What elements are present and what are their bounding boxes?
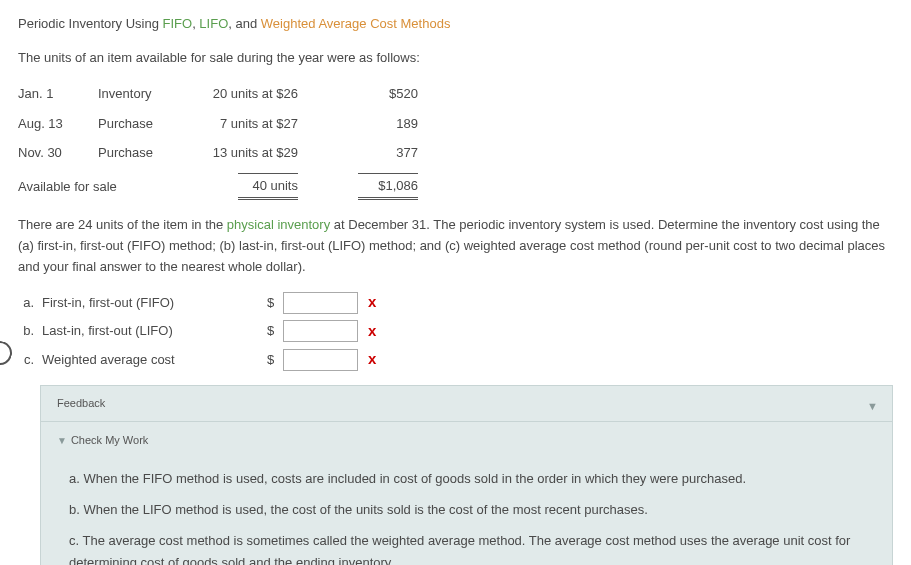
caret-down-icon: ▼: [867, 398, 878, 415]
title-fifo: FIFO: [163, 16, 193, 31]
title-text: Periodic Inventory Using: [18, 16, 163, 31]
feedback-header[interactable]: Feedback ▼: [41, 386, 892, 423]
physical-inventory-link[interactable]: physical inventory: [227, 217, 330, 232]
total-amt: $1,086: [358, 173, 418, 201]
feedback-c: c. The average cost method is sometimes …: [69, 530, 872, 565]
fifo-input[interactable]: [283, 292, 358, 314]
answer-label: Last-in, first-out (LIFO): [42, 321, 267, 341]
answer-label: First-in, first-out (FIFO): [42, 293, 267, 313]
table-row: Jan. 1 Inventory 20 units at $26 $520: [18, 79, 418, 109]
feedback-panel: Feedback ▼ ▼Check My Work a. When the FI…: [40, 385, 893, 565]
total-label: Available for sale: [18, 168, 198, 206]
wavg-input[interactable]: [283, 349, 358, 371]
table-row: Nov. 30 Purchase 13 units at $29 377: [18, 138, 418, 168]
total-qty: 40 units: [238, 173, 298, 201]
answer-row-wavg: c. Weighted average cost $ x: [18, 348, 893, 371]
feedback-body: a. When the FIFO method is used, costs a…: [41, 455, 892, 565]
feedback-title: Feedback: [57, 397, 105, 409]
wrong-icon: x: [368, 291, 376, 314]
title-wavg: Weighted Average Cost Methods: [261, 16, 451, 31]
answer-row-fifo: a. First-in, first-out (FIFO) $ x: [18, 291, 893, 314]
table-row: Aug. 13 Purchase 7 units at $27 189: [18, 109, 418, 139]
units-table: Jan. 1 Inventory 20 units at $26 $520 Au…: [18, 79, 418, 205]
decorative-arc: [0, 338, 15, 367]
problem-text: There are 24 units of the item in the ph…: [18, 215, 893, 277]
intro-text: The units of an item available for sale …: [18, 48, 893, 68]
answers-block: a. First-in, first-out (FIFO) $ x b. Las…: [18, 291, 893, 371]
wrong-icon: x: [368, 348, 376, 371]
table-total-row: Available for sale 40 units $1,086: [18, 168, 418, 206]
triangle-down-icon: ▼: [57, 435, 67, 446]
page-title: Periodic Inventory Using FIFO, LIFO, and…: [18, 14, 893, 34]
check-my-work-toggle[interactable]: ▼Check My Work: [41, 422, 892, 455]
title-lifo: LIFO: [199, 16, 228, 31]
feedback-b: b. When the LIFO method is used, the cos…: [69, 499, 872, 521]
answer-row-lifo: b. Last-in, first-out (LIFO) $ x: [18, 320, 893, 343]
lifo-input[interactable]: [283, 320, 358, 342]
wrong-icon: x: [368, 320, 376, 343]
feedback-a: a. When the FIFO method is used, costs a…: [69, 468, 872, 490]
answer-label: Weighted average cost: [42, 350, 267, 370]
